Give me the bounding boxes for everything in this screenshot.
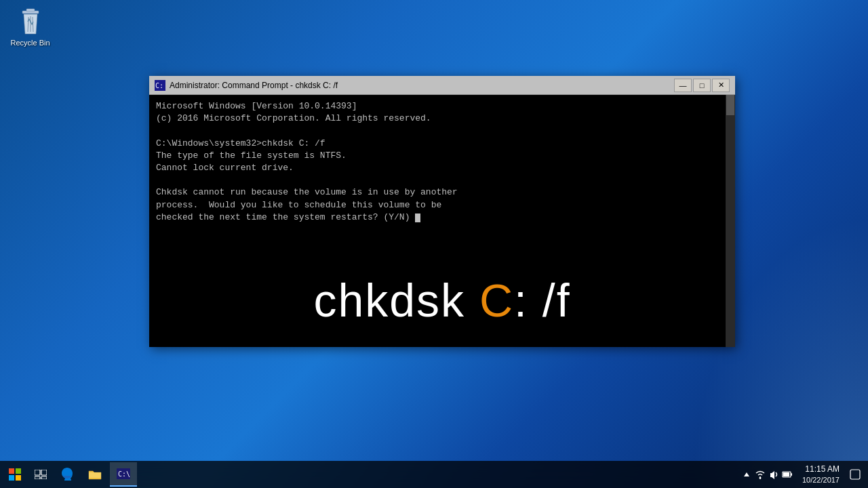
recycle-bin-icon[interactable]: Recycle Bin (8, 7, 52, 47)
close-button[interactable]: ✕ (712, 79, 730, 92)
svg-rect-8 (16, 468, 21, 474)
svg-rect-12 (41, 470, 47, 475)
svg-point-18 (759, 477, 761, 479)
cmd-titlebar-title: Administrator: Command Prompt - chkdsk C… (170, 81, 674, 90)
overlay-text-after: : /f (514, 274, 571, 326)
cmd-line-10: checked the next time the system restart… (156, 211, 728, 224)
notification-button[interactable] (845, 462, 865, 487)
file-explorer-icon (88, 468, 102, 481)
cmd-titlebar-icon: C: (155, 80, 165, 91)
cmd-cursor (415, 214, 420, 222)
taskbar-clock[interactable]: 11:15 AM 10/22/2017 (797, 464, 845, 485)
cmd-overlay-command: chkdsk C: /f (149, 274, 735, 327)
svg-rect-9 (9, 475, 14, 481)
maximize-button[interactable]: □ (693, 79, 711, 92)
cmd-line-8: Chkdsk cannot run because the volume is … (156, 186, 728, 199)
svg-rect-10 (16, 475, 21, 481)
cmd-taskbar-button[interactable]: C:\ (110, 462, 137, 487)
overlay-text-before: chkdsk (313, 274, 479, 326)
cmd-line-4: C:\Windows\system32>chkdsk C: /f (156, 138, 728, 150)
clock-time: 11:15 AM (805, 464, 840, 475)
cmd-titlebar-buttons: — □ ✕ (674, 79, 730, 92)
svg-rect-14 (41, 476, 47, 479)
taskbar: C:\ (0, 461, 868, 488)
cmd-body: Microsoft Windows [Version 10.0.14393] (… (149, 95, 735, 347)
power-tray-icon (782, 470, 793, 479)
svg-rect-13 (35, 476, 40, 479)
cmd-titlebar: C: Administrator: Command Prompt - chkds… (149, 76, 735, 95)
overlay-highlight: C (479, 274, 514, 326)
cmd-scrollbar[interactable] (726, 95, 735, 347)
svg-text:C:: C: (155, 82, 163, 89)
cmd-line-7 (156, 174, 728, 186)
system-tray (737, 469, 797, 480)
volume-icon[interactable] (768, 469, 779, 480)
windows-logo-icon (9, 468, 21, 481)
svg-rect-11 (35, 470, 40, 475)
tray-overflow-button[interactable] (741, 469, 752, 480)
power-icon[interactable] (782, 469, 793, 480)
cmd-line-3 (156, 125, 728, 137)
network-icon[interactable] (755, 469, 766, 480)
cmd-line-5: The type of the file system is NTFS. (156, 150, 728, 162)
svg-marker-17 (744, 472, 749, 476)
recycle-bin-svg (17, 7, 44, 37)
file-explorer-button[interactable] (83, 462, 107, 487)
svg-rect-22 (850, 470, 860, 479)
chevron-up-icon (743, 471, 750, 478)
edge-button[interactable] (56, 462, 80, 487)
task-view-icon (35, 470, 47, 479)
task-view-button[interactable] (28, 462, 53, 487)
start-button[interactable] (3, 462, 27, 487)
minimize-button[interactable]: — (674, 79, 692, 92)
svg-rect-20 (783, 472, 789, 476)
edge-icon (61, 468, 75, 481)
notification-icon (850, 469, 861, 480)
network-tray-icon (755, 470, 766, 479)
recycle-bin-label: Recycle Bin (10, 39, 50, 47)
cmd-taskbar-icon: C:\ (117, 468, 130, 479)
cmd-window: C: Administrator: Command Prompt - chkds… (149, 76, 735, 347)
cmd-line-1: Microsoft Windows [Version 10.0.14393] (156, 100, 728, 113)
svg-rect-21 (791, 473, 792, 476)
svg-rect-7 (9, 468, 14, 474)
cmd-line-9: process. Would you like to schedule this… (156, 199, 728, 211)
clock-date: 10/22/2017 (802, 475, 840, 485)
cmd-line-6: Cannot lock current drive. (156, 162, 728, 174)
svg-text:C:\: C:\ (118, 470, 130, 478)
svg-rect-1 (26, 9, 35, 12)
cmd-scrollbar-thumb[interactable] (726, 95, 734, 115)
cmd-line-2: (c) 2016 Microsoft Corporation. All righ… (156, 113, 728, 125)
volume-tray-icon (768, 470, 779, 479)
desktop: Recycle Bin C: Administrator: Command Pr… (0, 0, 868, 488)
